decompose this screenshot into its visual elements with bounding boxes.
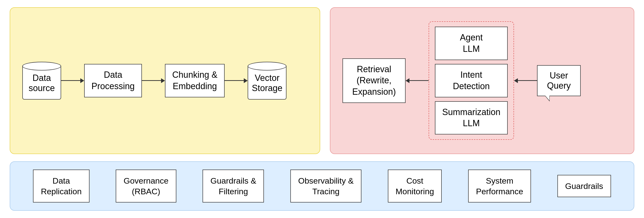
- arrow-line-5: [518, 80, 537, 81]
- vector-storage-node: Vector Storage: [248, 62, 286, 100]
- yellow-pipeline-box: Data source Data Processing Chunking & E…: [10, 7, 320, 154]
- arrow-line-3: [224, 80, 244, 81]
- arrow-processing-to-chunking: [142, 78, 165, 83]
- arrow-line-1: [61, 80, 80, 81]
- cylinder-shape-datasource: Data source: [22, 62, 61, 100]
- pink-query-box: Retrieval (Rewrite, Expansion) Agent LLM: [330, 7, 634, 154]
- guardrails-filtering-node: Guardrails & Filtering: [202, 170, 264, 203]
- main-container: Data source Data Processing Chunking & E…: [0, 0, 644, 218]
- top-section: Data source Data Processing Chunking & E…: [10, 7, 634, 154]
- data-processing-node: Data Processing: [84, 64, 142, 97]
- arrow-line-4: [409, 80, 428, 81]
- cylinder-shape-vector: Vector Storage: [248, 62, 286, 100]
- bottom-section: Data Replication Governance (RBAC) Guard…: [10, 161, 634, 211]
- summarization-llm-node: Summarization LLM: [435, 101, 508, 135]
- cost-monitoring-label: Cost Monitoring: [396, 176, 434, 196]
- guardrails-label: Guardrails: [565, 182, 603, 191]
- intent-detection-node: Intent Detection: [435, 64, 508, 97]
- data-replication-node: Data Replication: [33, 170, 89, 203]
- intent-detection-label: Intent Detection: [453, 69, 490, 92]
- data-source-label: Data source: [28, 73, 55, 93]
- chunking-embedding-node: Chunking & Embedding: [165, 64, 224, 97]
- chunking-embedding-label: Chunking & Embedding: [172, 69, 217, 92]
- governance-rbac-node: Governance (RBAC): [116, 170, 176, 203]
- retrieval-label: Retrieval (Rewrite, Expansion): [352, 64, 396, 98]
- user-query-label: User Query: [547, 70, 571, 91]
- retrieval-node: Retrieval (Rewrite, Expansion): [342, 58, 406, 103]
- cylinder-top-datasource: [22, 62, 61, 70]
- user-query-node: User Query: [537, 65, 581, 96]
- data-source-node: Data source: [22, 62, 61, 100]
- observability-tracing-label: Observability & Tracing: [298, 176, 354, 196]
- guardrails-filtering-label: Guardrails & Filtering: [210, 176, 256, 196]
- cylinder-body-vector: Vector Storage: [248, 66, 286, 100]
- summarization-llm-label: Summarization LLM: [442, 107, 500, 129]
- governance-rbac-label: Governance (RBAC): [124, 176, 168, 196]
- arrow-datasource-to-processing: [61, 78, 84, 83]
- cylinder-top-vector: [248, 62, 286, 70]
- cost-monitoring-node: Cost Monitoring: [388, 170, 442, 203]
- system-performance-label: System Performance: [476, 176, 523, 196]
- observability-tracing-node: Observability & Tracing: [290, 170, 362, 203]
- bubble-tail-inner: [545, 96, 550, 101]
- data-processing-label: Data Processing: [92, 69, 134, 92]
- agent-llm-label: Agent LLM: [460, 32, 483, 55]
- arrow-line-2: [142, 80, 161, 81]
- guardrails-node: Guardrails: [558, 175, 611, 197]
- arrow-chunking-to-vector: [224, 78, 248, 83]
- data-replication-label: Data Replication: [41, 176, 82, 196]
- agent-llm-node: Agent LLM: [435, 27, 508, 60]
- vector-storage-label: Vector Storage: [252, 73, 282, 93]
- arrow-stacked-to-retrieval: [406, 78, 428, 83]
- arrow-userquery-to-stacked: [514, 78, 537, 83]
- cylinder-body-datasource: Data source: [22, 66, 61, 100]
- system-performance-node: System Performance: [468, 170, 531, 203]
- pink-inner-layout: Retrieval (Rewrite, Expansion) Agent LLM: [342, 21, 622, 140]
- stacked-llm-boxes: Agent LLM Intent Detection Summarization…: [435, 27, 508, 134]
- dotted-llm-box: Agent LLM Intent Detection Summarization…: [428, 21, 514, 140]
